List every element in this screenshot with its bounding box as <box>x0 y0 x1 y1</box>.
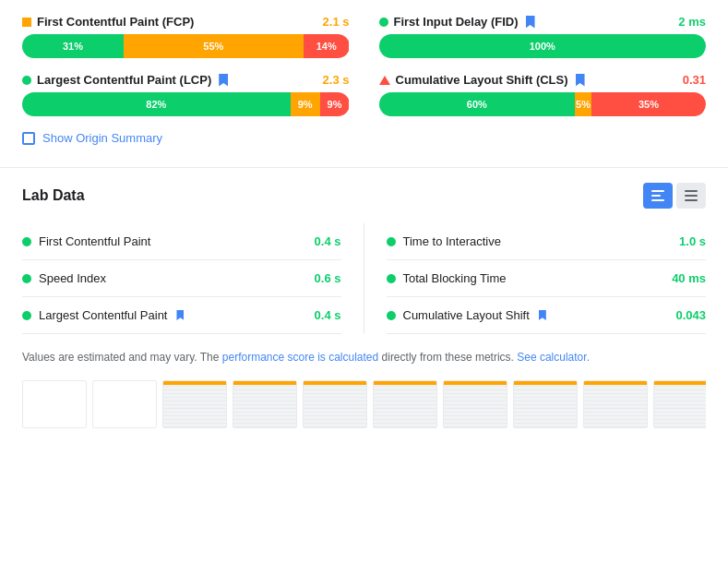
cls-value: 0.31 <box>683 73 706 87</box>
lab-data-header: Lab Data <box>22 183 706 209</box>
lab-fcp-row: First Contentful Paint 0.4 s <box>22 223 341 260</box>
fcp-square-icon <box>22 18 31 27</box>
list-icon-line2 <box>685 195 698 197</box>
fcp-bar-orange: 55% <box>124 34 304 58</box>
origin-summary-row[interactable]: Show Origin Summary <box>22 131 706 145</box>
view-toggle-group <box>643 183 706 209</box>
thumbnail-5 <box>303 380 367 428</box>
lab-tti-left: Time to Interactive <box>387 234 501 248</box>
thumbnail-5-bar <box>304 381 366 385</box>
section-divider <box>0 167 728 168</box>
bar-icon-line2 <box>651 195 661 197</box>
lab-cls-dot-icon <box>387 311 396 320</box>
lab-metrics-right-col: Time to Interactive 1.0 s Total Blocking… <box>364 223 707 334</box>
cls-metric: Cumulative Layout Shift (CLS) 0.31 60% 5… <box>379 73 707 116</box>
lcp-title: Largest Contentful Paint (LCP) <box>37 73 211 87</box>
cls-bookmark-icon <box>576 74 585 87</box>
footer-text: Values are estimated and may vary. The p… <box>22 349 706 365</box>
cls-title-group: Cumulative Layout Shift (CLS) <box>379 73 585 87</box>
bar-view-icon <box>651 190 664 201</box>
lab-lcp-value: 0.4 s <box>315 308 341 322</box>
thumbnail-9 <box>583 380 648 428</box>
lab-cls-bookmark-icon <box>539 310 546 320</box>
lcp-title-group: Largest Contentful Paint (LCP) <box>22 73 228 87</box>
thumbnail-5-content <box>304 381 366 427</box>
lab-tbt-dot-icon <box>387 274 396 283</box>
thumbnail-9-bar <box>584 381 647 385</box>
field-data-grid: First Contentful Paint (FCP) 2.1 s 31% 5… <box>22 15 706 116</box>
fid-bookmark-icon <box>526 16 535 29</box>
thumbnail-8-content <box>514 381 577 427</box>
fid-bar-green: 100% <box>379 34 707 58</box>
lab-fcp-name: First Contentful Paint <box>39 234 150 248</box>
thumbnail-4 <box>233 380 297 428</box>
thumbnail-6 <box>373 380 437 428</box>
thumbnail-3 <box>162 380 227 428</box>
list-view-icon <box>685 190 698 201</box>
lab-metrics-grid: First Contentful Paint 0.4 s Speed Index… <box>22 223 706 334</box>
origin-summary-checkbox[interactable] <box>22 132 35 145</box>
lab-fcp-value: 0.4 s <box>315 234 341 248</box>
lab-data-title: Lab Data <box>22 187 85 204</box>
lcp-value: 2.3 s <box>323 73 350 87</box>
thumbnails-strip <box>22 380 706 428</box>
lab-cls-name: Cumulative Layout Shift <box>403 308 530 322</box>
lab-metrics-left-col: First Contentful Paint 0.4 s Speed Index… <box>22 223 364 334</box>
fid-value: 2 ms <box>678 15 706 29</box>
lab-lcp-dot-icon <box>22 311 31 320</box>
lcp-metric: Largest Contentful Paint (LCP) 2.3 s 82%… <box>22 73 350 116</box>
lab-cls-left: Cumulative Layout Shift <box>387 308 546 322</box>
fid-metric: First Input Delay (FID) 2 ms 100% <box>379 15 707 58</box>
lab-cls-row: Cumulative Layout Shift 0.043 <box>387 297 707 334</box>
thumbnail-7-content <box>444 381 507 427</box>
performance-score-link[interactable]: performance score is calculated <box>222 351 378 364</box>
footer-text-middle: directly from these metrics. <box>378 351 517 364</box>
origin-summary-label[interactable]: Show Origin Summary <box>42 131 162 145</box>
lab-si-row: Speed Index 0.6 s <box>22 260 341 297</box>
thumbnail-7-bar <box>444 381 507 385</box>
fid-header: First Input Delay (FID) 2 ms <box>379 15 707 29</box>
lab-si-dot-icon <box>22 274 31 283</box>
calculator-link[interactable]: See calculator. <box>517 351 590 364</box>
thumbnail-8 <box>513 380 578 428</box>
cls-progress-bar: 60% 5% 35% <box>379 92 707 116</box>
list-icon-line1 <box>685 190 698 192</box>
lab-si-left: Speed Index <box>22 271 106 285</box>
lab-tbt-name: Total Blocking Time <box>403 271 507 285</box>
lab-lcp-name: Largest Contentful Paint <box>39 308 167 322</box>
lab-fcp-dot-icon <box>22 237 31 246</box>
thumbnail-1 <box>22 380 87 428</box>
lcp-bar-green: 82% <box>22 92 291 116</box>
toggle-bar-view-button[interactable] <box>643 183 673 209</box>
fcp-bar-red: 14% <box>304 34 350 58</box>
lab-lcp-row: Largest Contentful Paint 0.4 s <box>22 297 341 334</box>
lab-tti-value: 1.0 s <box>679 234 706 248</box>
lcp-header: Largest Contentful Paint (LCP) 2.3 s <box>22 73 350 87</box>
cls-bar-green: 60% <box>379 92 576 116</box>
lab-lcp-left: Largest Contentful Paint <box>22 308 184 322</box>
lab-si-value: 0.6 s <box>315 271 341 285</box>
thumbnail-6-bar <box>374 381 436 385</box>
lcp-bookmark-icon <box>219 74 228 87</box>
thumbnail-9-content <box>584 381 647 427</box>
thumbnail-10-bar <box>654 381 706 385</box>
cls-triangle-icon <box>379 76 390 85</box>
thumbnail-4-content <box>233 381 296 427</box>
lab-tti-name: Time to Interactive <box>403 234 501 248</box>
thumbnail-4-bar <box>233 381 296 385</box>
cls-bar-red: 35% <box>591 92 706 116</box>
lab-tti-row: Time to Interactive 1.0 s <box>387 223 707 260</box>
toggle-list-view-button[interactable] <box>676 183 706 209</box>
list-icon-line3 <box>685 199 698 201</box>
lab-tbt-value: 40 ms <box>672 271 706 285</box>
lab-fcp-left: First Contentful Paint <box>22 234 150 248</box>
fid-title-group: First Input Delay (FID) <box>379 15 535 29</box>
fcp-value: 2.1 s <box>323 15 350 29</box>
footer-text-before: Values are estimated and may vary. The <box>22 351 222 364</box>
lcp-dot-icon <box>22 76 31 85</box>
thumbnail-3-content <box>163 381 226 427</box>
bar-icon-line1 <box>651 190 664 192</box>
fid-dot-icon <box>379 18 388 27</box>
lab-tbt-row: Total Blocking Time 40 ms <box>387 260 707 297</box>
cls-title: Cumulative Layout Shift (CLS) <box>396 73 568 87</box>
